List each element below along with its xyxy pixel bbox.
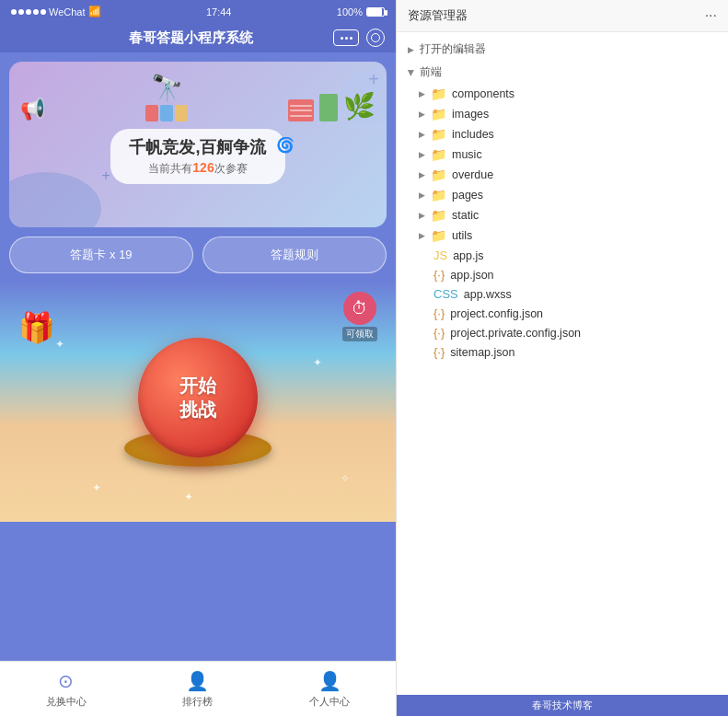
bottom-nav: ⊙ 兑换中心 👤 排行榜 👤 个人中心 bbox=[0, 661, 396, 716]
timer-icon[interactable]: ⏱ 可领取 bbox=[342, 292, 377, 341]
tree-item-pages[interactable]: ▶ 📁 pages bbox=[397, 185, 728, 205]
tree-item-projectprivate[interactable]: {·} project.private.config.json bbox=[397, 323, 728, 342]
nav-exchange[interactable]: ⊙ 兑换中心 bbox=[0, 662, 132, 716]
profile-icon: 👤 bbox=[318, 670, 341, 692]
status-left: WeChat 📶 bbox=[11, 6, 101, 17]
file-icon-appjson: {·} bbox=[433, 268, 445, 282]
tree-item-components[interactable]: ▶ 📁 components bbox=[397, 84, 728, 104]
tree-item-projectconfig[interactable]: {·} project.config.json bbox=[397, 304, 728, 323]
hero-text-wrapper: 千帆竞发,百舸争流 当前共有126次参赛 🌀 + bbox=[20, 129, 376, 184]
title-icons bbox=[333, 29, 385, 47]
megaphone-icon: 📢 bbox=[20, 98, 45, 121]
figure-on-books: 🔭 bbox=[145, 73, 188, 121]
tree-item-sitemap[interactable]: {·} sitemap.json bbox=[397, 342, 728, 362]
app-title: 春哥答题小程序系统 bbox=[48, 29, 333, 47]
item-label-projectconfig: project.config.json bbox=[450, 307, 543, 320]
explorer-title: 资源管理器 bbox=[408, 7, 468, 24]
folder-arrow-overdue: ▶ bbox=[419, 170, 425, 179]
swirl-icon: 🌀 bbox=[276, 136, 295, 154]
phone-panel: WeChat 📶 17:44 100% 春哥答题小程序系统 bbox=[0, 0, 396, 716]
folder-icon-utils: 📁 bbox=[431, 228, 446, 243]
shelf-binder bbox=[319, 94, 338, 121]
file-icon-appjs: JS bbox=[433, 248, 447, 262]
item-label-appjson: app.json bbox=[450, 269, 493, 282]
nav-leaderboard[interactable]: 👤 排行榜 bbox=[132, 662, 263, 716]
section-arrow-frontend: ▶ bbox=[407, 69, 416, 75]
book-1 bbox=[145, 105, 158, 121]
tree-item-overdue[interactable]: ▶ 📁 overdue bbox=[397, 165, 728, 185]
folder-arrow-components: ▶ bbox=[419, 89, 425, 98]
tree-item-images[interactable]: ▶ 📁 images bbox=[397, 104, 728, 124]
sparkle-3: ✦ bbox=[92, 481, 101, 494]
folder-icon-includes: 📁 bbox=[431, 127, 446, 142]
file-icon-projectprivate: {·} bbox=[433, 326, 445, 340]
folder-arrow-music: ▶ bbox=[419, 150, 425, 159]
person-icon: 🔭 bbox=[151, 73, 183, 103]
answer-rules-button[interactable]: 答题规则 bbox=[202, 237, 387, 273]
explorer-tree: ▶ 打开的编辑器 ▶ 前端 ▶ 📁 components ▶ 📁 images … bbox=[397, 32, 728, 695]
scan-icon[interactable] bbox=[366, 29, 385, 47]
start-challenge-button[interactable]: 开始 挑战 bbox=[138, 338, 258, 457]
profile-label: 个人中心 bbox=[309, 695, 350, 709]
item-label-sitemap: sitemap.json bbox=[450, 346, 514, 359]
folder-arrow-images: ▶ bbox=[419, 110, 425, 119]
sub-prefix: 当前共有 bbox=[148, 162, 192, 175]
folder-arrow-includes: ▶ bbox=[419, 130, 425, 139]
plus-left-icon: + bbox=[101, 167, 110, 184]
status-bar: WeChat 📶 17:44 100% bbox=[0, 0, 396, 23]
item-label-appjs: app.js bbox=[453, 249, 483, 262]
button-line1: 开始 bbox=[179, 374, 216, 398]
timer-circle: ⏱ bbox=[343, 292, 376, 325]
item-label-utils: utils bbox=[452, 229, 472, 242]
status-time: 17:44 bbox=[206, 6, 232, 17]
watermark: 春哥技术博客 bbox=[397, 695, 728, 716]
tree-item-appwxss[interactable]: CSS app.wxss bbox=[397, 284, 728, 304]
signal-dots bbox=[11, 9, 46, 15]
wifi-icon: 📶 bbox=[88, 6, 101, 17]
menu-dots-icon[interactable] bbox=[333, 29, 359, 46]
signal-dot-4 bbox=[33, 9, 39, 15]
watermark-text: 春哥技术博客 bbox=[532, 699, 593, 710]
title-bar: 春哥答题小程序系统 bbox=[0, 23, 396, 52]
explorer-panel: 资源管理器 ··· ▶ 打开的编辑器 ▶ 前端 ▶ 📁 components ▶… bbox=[396, 0, 728, 716]
tree-item-music[interactable]: ▶ 📁 music bbox=[397, 144, 728, 165]
tree-item-appjson[interactable]: {·} app.json bbox=[397, 265, 728, 284]
nav-profile[interactable]: 👤 个人中心 bbox=[264, 662, 396, 716]
section-frontend[interactable]: ▶ 前端 bbox=[397, 61, 728, 84]
challenge-area: 🎁 ⏱ 可领取 ✦ ✦ ✦ ✧ ✦ 开始 挑战 bbox=[0, 283, 396, 522]
hero-text-card: 千帆竞发,百舸争流 当前共有126次参赛 🌀 + bbox=[110, 129, 284, 184]
folder-arrow-pages: ▶ bbox=[419, 191, 425, 200]
main-scroll-area: + 📢 🔭 bbox=[0, 52, 396, 661]
folder-icon-components: 📁 bbox=[431, 87, 446, 101]
tree-item-appjs[interactable]: JS app.js bbox=[397, 246, 728, 265]
sub-count: 126 bbox=[192, 160, 214, 175]
leaderboard-label: 排行榜 bbox=[182, 695, 213, 709]
item-label-music: music bbox=[452, 148, 482, 161]
shelf-box bbox=[288, 99, 314, 121]
answer-card-button[interactable]: 答题卡 x 19 bbox=[9, 237, 193, 273]
hero-sub-text: 当前共有126次参赛 bbox=[129, 160, 266, 177]
plant-icon: 🌿 bbox=[343, 91, 376, 121]
signal-dot-2 bbox=[18, 9, 24, 15]
item-label-projectprivate: project.private.config.json bbox=[450, 327, 581, 340]
tree-item-utils[interactable]: ▶ 📁 utils bbox=[397, 225, 728, 246]
section-arrow-editors: ▶ bbox=[408, 45, 414, 54]
tree-item-static[interactable]: ▶ 📁 static bbox=[397, 205, 728, 225]
file-icon-appwxss: CSS bbox=[433, 287, 458, 301]
status-right: 100% bbox=[337, 6, 385, 17]
item-label-components: components bbox=[452, 87, 514, 100]
books-stack bbox=[145, 105, 188, 121]
tree-item-includes[interactable]: ▶ 📁 includes bbox=[397, 124, 728, 144]
signal-dot-5 bbox=[40, 9, 46, 15]
folder-icon-music: 📁 bbox=[431, 147, 446, 162]
section-open-editors[interactable]: ▶ 打开的编辑器 bbox=[397, 38, 728, 61]
explorer-menu-icon[interactable]: ··· bbox=[705, 7, 717, 24]
file-icon-sitemap: {·} bbox=[433, 345, 445, 359]
section-label-frontend: 前端 bbox=[420, 64, 442, 80]
button-container: 开始 挑战 bbox=[138, 338, 258, 457]
file-icon-projectconfig: {·} bbox=[433, 306, 445, 320]
folder-icon-overdue: 📁 bbox=[431, 167, 446, 182]
book-3 bbox=[175, 105, 188, 121]
hero-banner: + 📢 🔭 bbox=[9, 62, 387, 227]
button-line2: 挑战 bbox=[179, 398, 216, 422]
